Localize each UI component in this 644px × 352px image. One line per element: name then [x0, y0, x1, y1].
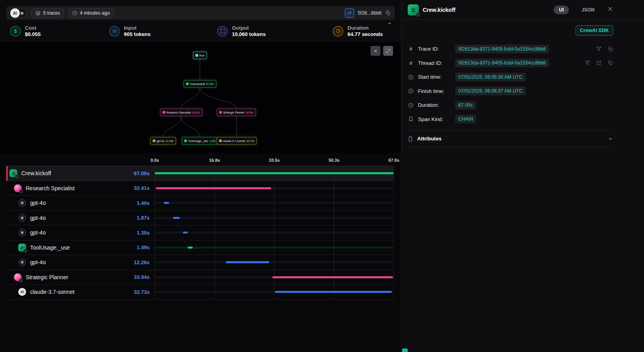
stat-label: Duration: [348, 25, 383, 31]
app: A\ 5 traces 4 minutes ago: [0, 0, 644, 352]
span-bar[interactable]: [173, 217, 180, 219]
metadata-fields: # Trace ID: 5f2613da-8371-9405-fcdd-0a15…: [408, 42, 613, 126]
anthropic-logo-icon: A\: [10, 8, 20, 18]
timeline-row[interactable]: gpt-4o 1.87s: [6, 211, 394, 226]
timeline: 0.0s16.8s33.5s50.3s67.0s Crew.kickoff 67…: [6, 158, 394, 300]
node-duration-chip: 1.49s: [209, 140, 215, 142]
field-value[interactable]: CHAIN: [455, 115, 476, 123]
metadata-field: Start time: 07/01/2025, 06:05:30 AM UTC: [408, 70, 613, 84]
span-bar[interactable]: [188, 246, 193, 248]
graph-node-research-specialist[interactable]: Research Specialist 32.41s: [160, 109, 203, 116]
metadata-field: # Thread ID: 5f2613da-8371-9405-fcdd-0a1…: [408, 56, 613, 70]
external-link-icon[interactable]: [596, 60, 602, 66]
graph-node-strategic-planner[interactable]: Strategic Planner 33.94s: [217, 109, 256, 116]
arrows-in-icon: [109, 26, 120, 36]
axis-tick: 0.0s: [150, 158, 159, 163]
span-name: gpt-4o: [30, 259, 46, 265]
tool-icon: [18, 244, 26, 252]
clock-icon: [333, 26, 343, 36]
filter-icon[interactable]: [596, 46, 602, 52]
node-type-icon: [184, 140, 187, 142]
panel-title: Crew.kickoff: [423, 7, 456, 13]
span-duration: 12.26s: [134, 259, 150, 265]
timeline-row[interactable]: gpt-4o 1.35s: [6, 225, 394, 240]
span-duration: 33.94s: [134, 274, 150, 280]
span-name: gpt-4o: [30, 215, 46, 221]
panel-close-icon[interactable]: [607, 6, 613, 13]
span-duration: 1.87s: [137, 215, 150, 221]
timeline-row[interactable]: Research Specialist 32.41s: [6, 181, 394, 196]
hash-icon: #: [408, 46, 414, 52]
node-type-icon: [186, 83, 189, 85]
panel-header: Crew.kickoff UI JSON: [401, 0, 644, 20]
filter-icon[interactable]: [585, 60, 590, 66]
trace-short-id: 5f26...8bb6: [358, 10, 382, 16]
span-bar[interactable]: [183, 232, 188, 234]
graph-node-claude-3-7-sonnet[interactable]: claude-3.7-sonnet 32.73s: [217, 137, 257, 145]
node-label: Crew.kickoff: [190, 83, 205, 85]
graph-node-run[interactable]: Run: [193, 52, 207, 59]
span-track: [155, 202, 393, 204]
copy-icon[interactable]: [608, 60, 613, 66]
crewai-sub-badge-icon: [23, 249, 27, 253]
timeline-row[interactable]: ToolUsage._use 1.49s: [6, 240, 394, 255]
field-value[interactable]: 5f2613da-8371-9405-fcdd-0a1534cc8bb6: [455, 59, 549, 67]
span-name: gpt-4o: [30, 229, 46, 236]
timeline-row[interactable]: gpt-4o 12.26s: [6, 255, 394, 270]
span-bar[interactable]: [156, 187, 272, 189]
corner-widget[interactable]: [402, 348, 408, 352]
span-bar[interactable]: [272, 276, 393, 278]
graph-node-gpt-4o[interactable]: gpt-4o 12.26s: [150, 137, 176, 145]
timeline-row[interactable]: A\ claude-3.7-sonnet 32.73s: [6, 285, 394, 300]
span-bar[interactable]: [164, 202, 169, 204]
chevron-down-icon: [608, 136, 613, 142]
crewai-sub-badge-icon: [416, 13, 420, 17]
field-value[interactable]: 5f2613da-8371-9405-fcdd-0a1534cc8bb6: [455, 45, 549, 53]
span-bar-lane: [155, 270, 394, 285]
stat-value: 10,060 tokens: [232, 31, 266, 37]
span-duration: 1.35s: [137, 230, 150, 236]
graph-expand-button[interactable]: [383, 46, 393, 56]
copy-icon[interactable]: [385, 10, 391, 16]
span-name: Research Specialist: [26, 185, 75, 191]
openai-logo-icon: [18, 229, 26, 237]
timeline-row[interactable]: gpt-4o 1.40s: [6, 196, 394, 211]
tab-json[interactable]: JSON: [581, 7, 595, 13]
metadata-field: Span Kind: CHAIN: [408, 112, 613, 127]
crewai-sub-badge-icon: [19, 278, 23, 282]
axis-tick: 16.8s: [209, 158, 220, 163]
span-bar[interactable]: [275, 291, 392, 293]
metadata-field: # Trace ID: 5f2613da-8371-9405-fcdd-0a15…: [408, 42, 613, 56]
openai-logo-icon: [18, 214, 26, 222]
field-value[interactable]: 07/01/2025, 06:06:37 AM UTC: [455, 87, 526, 95]
attributes-section[interactable]: Attributes: [408, 130, 613, 147]
openai-logo-icon: [18, 258, 26, 266]
metrics-chart-icon[interactable]: [345, 8, 354, 18]
crewai-sub-badge-icon: [15, 174, 19, 178]
span-bar[interactable]: [226, 261, 269, 263]
field-value[interactable]: 07/01/2025, 06:05:30 AM UTC: [455, 73, 526, 81]
graph-close-button[interactable]: [370, 46, 380, 56]
stat-value: $0.055: [25, 31, 41, 37]
layers-icon: [35, 10, 41, 16]
node-duration-chip: 32.73s: [247, 140, 255, 142]
span-duration: 1.40s: [137, 200, 150, 206]
graph-node-toolusage-use[interactable]: ToolUsage._use 1.49s: [182, 137, 218, 145]
copy-icon[interactable]: [608, 46, 613, 52]
field-actions: [585, 60, 613, 66]
span-track: [155, 217, 393, 219]
node-label: Strategic Planner: [223, 111, 245, 114]
timeline-row[interactable]: Strategic Planner 33.94s: [6, 270, 394, 285]
field-value[interactable]: 67.00s: [455, 101, 476, 110]
collapse-chevron-icon[interactable]: [387, 21, 392, 28]
span-duration: 32.73s: [134, 289, 150, 295]
axis-tick: 67.0s: [388, 158, 399, 163]
span-duration: 32.41s: [134, 185, 150, 191]
agent-icon: [14, 184, 22, 192]
timeline-row[interactable]: Crew.kickoff 67.00s: [6, 166, 394, 181]
tab-ui[interactable]: UI: [554, 6, 569, 14]
span-bar[interactable]: [155, 172, 393, 174]
graph-node-crew-kickoff[interactable]: Crew.kickoff 67.00s: [184, 80, 217, 88]
traces-count-badge[interactable]: 5 traces: [31, 8, 64, 18]
trace-main: A\ 5 traces 4 minutes ago: [0, 0, 401, 352]
